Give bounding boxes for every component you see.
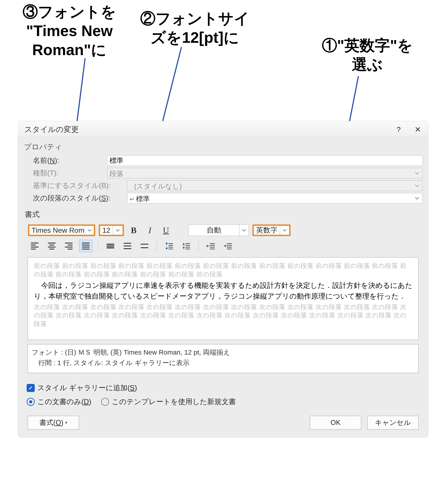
svg-rect-10 (185, 249, 190, 249)
svg-rect-13 (210, 247, 215, 247)
modify-style-dialog: スタイルの変更 ? ✕ プロパティ 名前(N): 種類(T): 段落 基準にする… (18, 121, 428, 437)
separator (198, 241, 199, 251)
svg-rect-6 (168, 249, 173, 249)
svg-rect-17 (227, 247, 232, 247)
align-center-button[interactable] (45, 240, 58, 252)
align-justify-button[interactable] (79, 240, 92, 252)
italic-button[interactable]: I (144, 224, 156, 236)
section-format: 書式 (25, 209, 423, 220)
summary-line-2: 行間 : 1 行, スタイル: スタイル ギャラリーに表示 (32, 358, 415, 368)
input-style-name[interactable] (107, 155, 423, 166)
callout-1: ①"英数字"を 選ぶ (305, 36, 430, 74)
radio-icon (27, 398, 35, 406)
combo-style-type-value: 段落 (107, 168, 412, 178)
help-button[interactable]: ? (396, 125, 401, 134)
chevron-down-icon[interactable] (239, 225, 248, 236)
font-name-combo[interactable]: Times New Rom (28, 224, 95, 236)
combo-next-style-value: ↵標準 (127, 193, 412, 203)
svg-rect-16 (227, 245, 232, 246)
font-script-value: 英数字 (254, 224, 280, 236)
svg-rect-15 (227, 243, 232, 244)
font-size-value: 12 (100, 225, 113, 235)
separator (157, 241, 157, 251)
ok-button[interactable]: OK (310, 416, 361, 430)
preview-prev-paragraph: 前の段落 前の段落 前の段落 前の段落 前の段落 前の段落 前の段落 前の段落 … (34, 262, 412, 279)
summary-line-1: フォント : (日) ＭＳ 明朝, (英) Times New Roman, 1… (32, 347, 415, 358)
label-based-on: 基準にするスタイル(B): (23, 181, 127, 190)
row-name: 名前(N): (23, 155, 423, 166)
font-size-combo[interactable]: 12 (99, 224, 124, 236)
indent-increase-button[interactable] (221, 240, 235, 252)
chevron-down-icon (412, 181, 422, 190)
font-name-value: Times New Rom (29, 225, 85, 235)
callout-2: ②フォントサイ ズを12[pt]に (125, 9, 264, 47)
label-next-style: 次の段落のスタイル(S): (23, 193, 127, 203)
radio-new-docs-template[interactable]: このテンプレートを使用した新規文書 (101, 397, 236, 407)
para-space-decrease-button[interactable] (179, 240, 193, 252)
callout-1-text: ①"英数字"を 選ぶ (322, 37, 413, 73)
separator (98, 241, 98, 251)
chevron-down-icon: ▾ (65, 420, 67, 425)
combo-next-style[interactable]: ↵標準 (127, 193, 423, 204)
callout-2-text: ②フォントサイ ズを12[pt]に (140, 10, 249, 46)
bold-button[interactable]: B (127, 224, 140, 236)
radio-this-document[interactable]: この文書のみ(D) (27, 397, 91, 407)
cancel-button[interactable]: キャンセル (367, 416, 419, 430)
svg-rect-12 (210, 245, 215, 246)
style-preview: 前の段落 前の段落 前の段落 前の段落 前の段落 前の段落 前の段落 前の段落 … (28, 257, 419, 340)
paragraph-icon: ↵ (130, 196, 135, 203)
callout-3: ③フォントを "Times New Roman"に (13, 2, 125, 59)
line-spacing-2-button[interactable] (138, 240, 151, 252)
combo-based-on: (スタイルなし) (127, 180, 423, 191)
chevron-down-icon[interactable] (113, 226, 122, 235)
indent-decrease-button[interactable] (204, 240, 217, 252)
checkbox-add-to-gallery[interactable]: ✓ スタイル ギャラリーに追加(S) (27, 383, 137, 393)
close-button[interactable]: ✕ (413, 124, 422, 134)
svg-rect-9 (185, 247, 190, 247)
font-color-value: 自動 (189, 224, 239, 236)
svg-rect-4 (168, 245, 173, 246)
svg-rect-11 (210, 243, 215, 244)
font-script-combo[interactable]: 英数字 (252, 224, 291, 236)
dialog-titlebar: スタイルの変更 ? ✕ (18, 121, 428, 137)
svg-rect-3 (168, 243, 173, 244)
format-menu-button[interactable]: 書式(O) ▾ (28, 416, 79, 430)
align-left-button[interactable] (28, 240, 41, 252)
paragraph-toolbar (28, 240, 423, 252)
underline-button[interactable]: U (160, 224, 172, 236)
preview-sample-text: 今回は，ラジコン操縦アプリに車速を表示する機能を実装するため設計方針を決定した．… (34, 280, 412, 302)
options-area: ✓ スタイル ギャラリーに追加(S) この文書のみ(D) このテンプレートを使用… (27, 383, 420, 407)
format-section: 書式 Times New Rom 12 B I U (23, 209, 423, 252)
svg-rect-14 (210, 249, 215, 249)
label-name: 名前(N): (23, 156, 107, 166)
row-based-on: 基準にするスタイル(B): (スタイルなし) (23, 180, 423, 191)
style-summary: フォント : (日) ＭＳ 明朝, (英) Times New Roman, 1… (28, 344, 419, 373)
format-toolbar: Times New Rom 12 B I U 自動 (28, 224, 423, 236)
radio-label: この文書のみ(D) (37, 397, 91, 407)
combo-style-type: 段落 (107, 168, 423, 179)
combo-based-on-value: (スタイルなし) (127, 181, 412, 190)
chevron-down-icon[interactable] (412, 193, 422, 203)
line-spacing-1-button[interactable] (104, 240, 117, 252)
chevron-down-icon (412, 168, 422, 178)
para-space-increase-button[interactable] (162, 240, 176, 252)
svg-rect-5 (168, 247, 173, 247)
row-type: 種類(T): 段落 (23, 168, 423, 179)
radio-icon (101, 398, 109, 406)
line-spacing-1-5-button[interactable] (121, 240, 134, 252)
svg-rect-7 (185, 243, 190, 244)
svg-rect-8 (185, 245, 190, 246)
dialog-title: スタイルの変更 (24, 124, 79, 134)
annotation-layer: ③フォントを "Times New Roman"に ②フォントサイ ズを12[p… (0, 0, 448, 112)
radio-label: このテンプレートを使用した新規文書 (112, 397, 236, 407)
row-next-style: 次の段落のスタイル(S): ↵標準 (23, 193, 423, 204)
dialog-footer: 書式(O) ▾ OK キャンセル (28, 416, 419, 430)
checkbox-icon: ✓ (27, 384, 35, 392)
label-type: 種類(T): (23, 168, 107, 178)
chevron-down-icon[interactable] (280, 226, 289, 235)
align-right-button[interactable] (62, 240, 76, 252)
chevron-down-icon[interactable] (85, 226, 94, 235)
font-color-combo[interactable]: 自動 (188, 224, 249, 236)
checkbox-label: スタイル ギャラリーに追加(S) (37, 383, 137, 393)
svg-rect-18 (227, 249, 232, 249)
